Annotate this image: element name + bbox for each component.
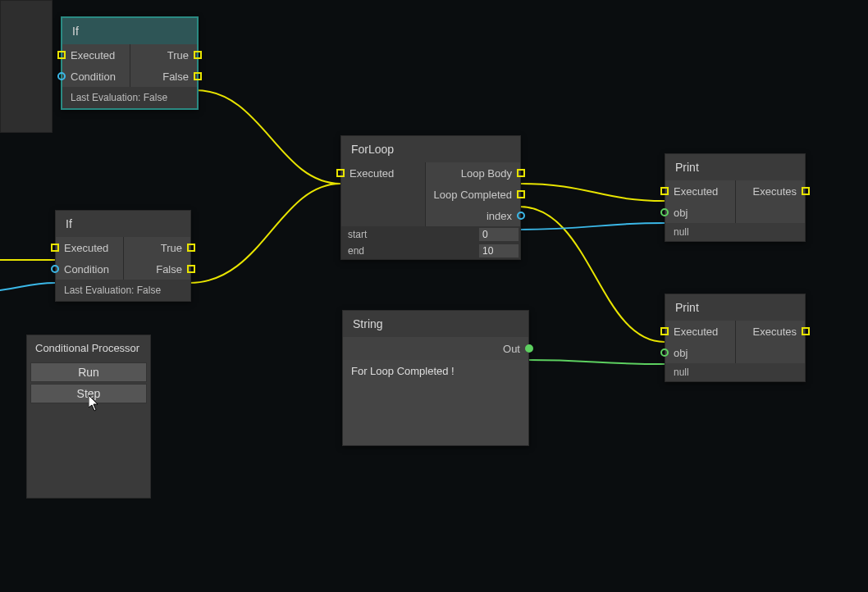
port-condition[interactable]: Condition	[56, 258, 123, 280]
field-end[interactable]: end 10	[341, 243, 520, 259]
port-out[interactable]: Out	[343, 337, 528, 360]
port-executed[interactable]: Executed	[62, 44, 130, 66]
node-title: Print	[665, 294, 805, 321]
exec-out-icon[interactable]	[802, 187, 810, 195]
panel-conditional-processor[interactable]: Conditional Processor Run Step	[26, 335, 151, 499]
node-forloop[interactable]: ForLoop Executed Loop Body Loop Complete…	[340, 135, 521, 260]
port-index[interactable]: index	[426, 205, 520, 226]
condition-in-icon[interactable]	[57, 72, 66, 80]
condition-in-icon[interactable]	[51, 265, 59, 273]
exec-out-icon[interactable]	[517, 169, 525, 177]
exec-out-icon[interactable]	[802, 327, 810, 335]
port-false[interactable]: False	[124, 258, 191, 280]
string-value[interactable]: For Loop Completed !	[343, 360, 528, 445]
port-condition[interactable]: Condition	[62, 66, 130, 87]
data-out-icon[interactable]	[517, 212, 525, 220]
port-true[interactable]: True	[124, 237, 191, 258]
run-button[interactable]: Run	[30, 362, 147, 382]
node-title: If	[62, 18, 197, 44]
data-in-icon[interactable]	[660, 208, 669, 216]
node-footer: Last Evaluation: False	[62, 87, 197, 108]
node-title: If	[56, 211, 190, 237]
port-executed[interactable]: Executed	[665, 321, 735, 342]
node-if-2[interactable]: If Executed Condition True False Last Ev…	[55, 210, 191, 302]
null-label: null	[665, 223, 805, 241]
exec-out-false-icon[interactable]	[187, 265, 195, 273]
port-false[interactable]: False	[130, 66, 198, 87]
exec-out-true-icon[interactable]	[194, 51, 202, 59]
exec-in-icon[interactable]	[51, 244, 59, 252]
node-if-1[interactable]: If Executed Condition True False Last Ev…	[61, 16, 199, 110]
port-executed[interactable]: Executed	[665, 180, 735, 202]
node-title: ForLoop	[341, 136, 520, 162]
start-value[interactable]: 0	[479, 228, 519, 241]
node-title: String	[343, 311, 528, 337]
exec-in-icon[interactable]	[660, 187, 669, 195]
exec-out-false-icon[interactable]	[194, 72, 202, 80]
node-string[interactable]: String Out For Loop Completed !	[342, 310, 529, 446]
node-footer: Last Evaluation: False	[56, 280, 190, 301]
node-title: Print	[665, 154, 805, 180]
exec-out-icon[interactable]	[517, 190, 525, 198]
data-out-icon[interactable]	[525, 344, 533, 353]
port-obj[interactable]: obj	[665, 342, 735, 363]
port-executes[interactable]: Executes	[736, 180, 806, 202]
port-executes[interactable]: Executes	[736, 321, 806, 342]
panel-title: Conditional Processor	[27, 335, 150, 361]
port-obj[interactable]: obj	[665, 202, 735, 223]
null-label: null	[665, 363, 805, 381]
exec-in-icon[interactable]	[336, 169, 345, 177]
field-start[interactable]: start 0	[341, 226, 520, 243]
background-panel	[0, 0, 53, 133]
port-true[interactable]: True	[130, 44, 198, 66]
data-in-icon[interactable]	[660, 348, 669, 357]
exec-in-icon[interactable]	[57, 51, 66, 59]
port-loop-completed[interactable]: Loop Completed	[426, 184, 520, 205]
node-print-2[interactable]: Print Executed obj Executes null	[665, 294, 806, 382]
node-print-1[interactable]: Print Executed obj Executes null	[665, 153, 806, 242]
exec-in-icon[interactable]	[660, 327, 669, 335]
port-executed[interactable]: Executed	[341, 162, 425, 184]
port-loop-body[interactable]: Loop Body	[426, 162, 520, 184]
step-button[interactable]: Step	[30, 384, 147, 403]
port-executed[interactable]: Executed	[56, 237, 123, 258]
exec-out-true-icon[interactable]	[187, 244, 195, 252]
end-value[interactable]: 10	[479, 244, 519, 257]
